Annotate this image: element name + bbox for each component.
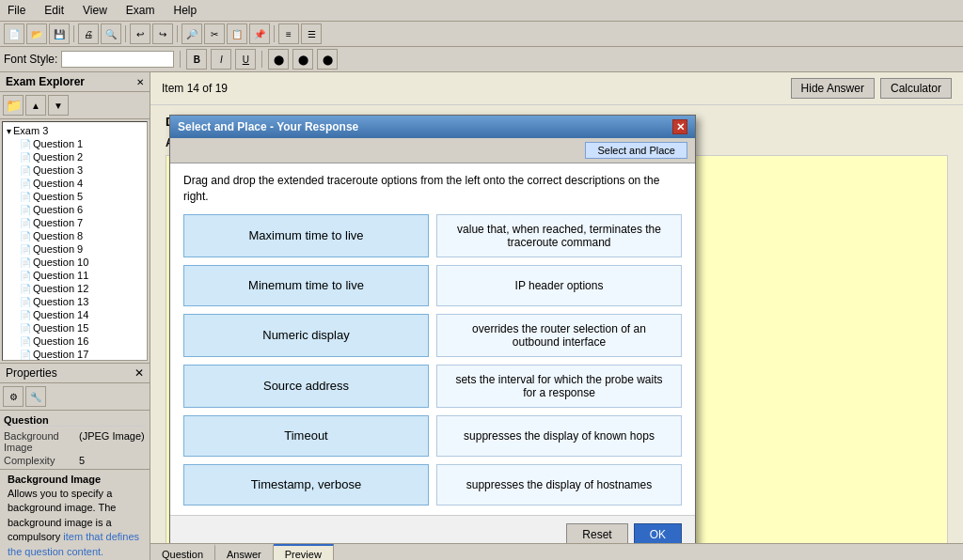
q10-label: Question 10 xyxy=(33,257,88,268)
q16-icon: 📄 xyxy=(20,336,31,347)
tree-q4[interactable]: 📄Question 4 xyxy=(18,177,145,190)
align-right-btn[interactable]: ⬤ xyxy=(317,49,338,70)
open-btn[interactable]: 📂 xyxy=(26,23,47,44)
q10-icon: 📄 xyxy=(20,257,31,268)
dialog-close-btn[interactable]: ✕ xyxy=(672,119,687,134)
tree-q10[interactable]: 📄Question 10 xyxy=(18,256,145,269)
content-header: Item 14 of 19 Hide Answer Calculator xyxy=(150,72,963,105)
q12-label: Question 12 xyxy=(33,283,88,294)
left-item-1[interactable]: Minemum time to live xyxy=(183,265,429,306)
tree-exam3[interactable]: ▾ Exam 3 xyxy=(5,124,145,137)
list-btn[interactable]: ☰ xyxy=(301,23,322,44)
menu-help[interactable]: Help xyxy=(170,2,201,19)
left-item-2[interactable]: Numeric display xyxy=(183,314,429,357)
tree-q15[interactable]: 📄Question 15 xyxy=(18,321,145,334)
dialog-body: Drag and drop the extended traceroute op… xyxy=(170,163,695,515)
tree-q16[interactable]: 📄Question 16 xyxy=(18,334,145,348)
tree-q5[interactable]: 📄Question 5 xyxy=(18,190,145,203)
right-item-5[interactable]: suppresses the display of hostnames xyxy=(436,464,682,506)
q16-label: Question 16 xyxy=(33,335,88,347)
tree-q8[interactable]: 📄Question 8 xyxy=(18,229,145,242)
align-btn[interactable]: ≡ xyxy=(278,23,299,44)
right-item-2[interactable]: overrides the router selection of an out… xyxy=(436,314,682,357)
explorer-btn2[interactable]: ▲ xyxy=(25,95,46,116)
tree-q11[interactable]: 📄Question 11 xyxy=(18,269,145,282)
sep6 xyxy=(261,51,262,68)
left-item-0[interactable]: Maximum time to live xyxy=(183,214,429,257)
q5-icon: 📄 xyxy=(20,192,31,202)
font-style-label: Font Style: xyxy=(4,53,57,66)
q8-icon: 📄 xyxy=(20,231,31,241)
q3-label: Question 3 xyxy=(33,164,83,176)
q6-label: Question 6 xyxy=(33,204,83,215)
left-item-5[interactable]: Timestamp, verbose xyxy=(183,464,429,506)
exam-explorer-close[interactable]: ✕ xyxy=(136,77,144,87)
right-item-1[interactable]: IP header options xyxy=(436,265,682,306)
tree-q2[interactable]: 📄Question 2 xyxy=(18,150,145,163)
cut-btn[interactable]: ✂ xyxy=(204,23,225,44)
tree-q12[interactable]: 📄Question 12 xyxy=(18,282,145,295)
paste-btn[interactable]: 📌 xyxy=(249,23,270,44)
q17-icon: 📄 xyxy=(20,350,31,360)
tab-answer[interactable]: Answer xyxy=(215,544,274,560)
ok-btn[interactable]: OK xyxy=(634,523,682,543)
tree-q13[interactable]: 📄Question 13 xyxy=(18,295,145,308)
sep4 xyxy=(274,25,275,42)
menu-exam[interactable]: Exam xyxy=(122,2,159,19)
q5-label: Question 5 xyxy=(33,191,83,202)
properties-header: Properties ✕ xyxy=(0,364,150,383)
new-btn[interactable]: 📄 xyxy=(4,23,24,44)
item-counter: Item 14 of 19 xyxy=(162,82,228,95)
copy-btn[interactable]: 📋 xyxy=(227,23,247,44)
explorer-btn3[interactable]: ▼ xyxy=(48,95,69,116)
properties-close[interactable]: ✕ xyxy=(134,366,144,380)
q1-label: Question 1 xyxy=(33,138,83,149)
q15-icon: 📄 xyxy=(20,323,31,334)
font-style-input[interactable] xyxy=(61,51,174,68)
reset-btn[interactable]: Reset xyxy=(566,523,627,543)
bg-image-key: Background Image xyxy=(4,430,79,453)
underline-btn[interactable]: U xyxy=(235,49,256,70)
find-btn[interactable]: 🔎 xyxy=(182,23,202,44)
q6-icon: 📄 xyxy=(20,205,31,215)
menu-view[interactable]: View xyxy=(79,2,111,19)
tree-q6[interactable]: 📄Question 6 xyxy=(18,203,145,216)
save-btn[interactable]: 💾 xyxy=(49,23,70,44)
tree-q1[interactable]: 📄Question 1 xyxy=(18,137,145,150)
tree-q14[interactable]: 📄Question 14 xyxy=(18,308,145,321)
tree-q7[interactable]: 📄Question 7 xyxy=(18,216,145,229)
left-item-3[interactable]: Source address xyxy=(183,365,429,408)
explorer-btn1[interactable]: 📁 xyxy=(3,95,24,116)
preview-btn[interactable]: 🔍 xyxy=(101,23,121,44)
tab-question[interactable]: Question xyxy=(150,544,215,560)
select-place-btn[interactable]: Select and Place xyxy=(585,142,687,159)
bold-btn[interactable]: B xyxy=(186,49,207,70)
align-center-btn[interactable]: ⬤ xyxy=(292,49,313,70)
left-item-4[interactable]: Timeout xyxy=(183,415,429,457)
font-style-bar: Font Style: B I U ⬤ ⬤ ⬤ xyxy=(0,47,963,72)
tree-q3[interactable]: 📄Question 3 xyxy=(18,163,145,177)
redo-btn[interactable]: ↪ xyxy=(152,23,173,44)
tree-q9[interactable]: 📄Question 9 xyxy=(18,242,145,256)
tree-q17[interactable]: 📄Question 17 xyxy=(18,348,145,361)
calculator-btn[interactable]: Calculator xyxy=(880,78,952,99)
sep2 xyxy=(125,25,126,42)
exam-explorer-header: Exam Explorer ✕ xyxy=(0,72,150,92)
italic-btn[interactable]: I xyxy=(211,49,231,70)
props-btn1[interactable]: ⚙ xyxy=(3,386,24,407)
q9-icon: 📄 xyxy=(20,244,31,255)
hide-answer-btn[interactable]: Hide Answer xyxy=(791,78,875,99)
menu-file[interactable]: File xyxy=(4,2,29,19)
tab-preview[interactable]: Preview xyxy=(274,544,334,560)
right-item-0[interactable]: value that, when reached, terminates the… xyxy=(436,214,682,257)
print-btn[interactable]: 🖨 xyxy=(78,23,99,44)
align-left-btn[interactable]: ⬤ xyxy=(268,49,289,70)
right-item-3[interactable]: sets the interval for which the probe wa… xyxy=(436,365,682,408)
props-btn2[interactable]: 🔧 xyxy=(25,386,46,407)
bottom-info-text: Allows you to specify a background image… xyxy=(8,487,142,559)
menu-edit[interactable]: Edit xyxy=(40,2,68,19)
q11-label: Question 11 xyxy=(33,270,88,281)
props-toolbar: ⚙ 🔧 xyxy=(0,383,150,411)
undo-btn[interactable]: ↩ xyxy=(130,23,150,44)
right-item-4[interactable]: suppresses the display of known hops xyxy=(436,415,682,457)
